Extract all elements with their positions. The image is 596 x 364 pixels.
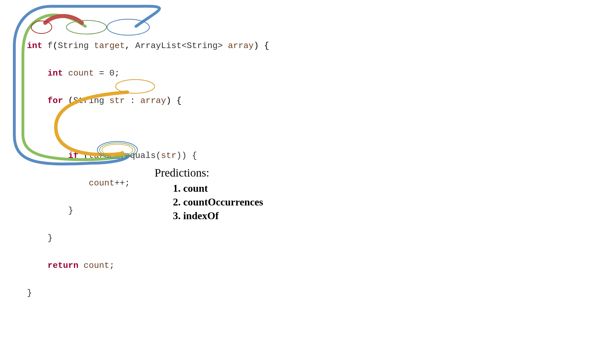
code-line-4: if (target.equals(str)) { <box>11 149 585 163</box>
brace-close-if: } <box>68 206 73 215</box>
code-line-9: } <box>11 286 585 300</box>
brace-close-for: } <box>48 233 53 243</box>
prediction-2: countOccurrences <box>183 196 263 208</box>
string-ellipse <box>66 20 106 34</box>
semi: ; <box>109 261 115 270</box>
code-line-5: count++; <box>11 176 585 190</box>
kw-int: int <box>27 41 42 51</box>
target-param-ellipse <box>107 19 149 35</box>
method-equals: .equals( <box>120 151 161 161</box>
brace-close-fn: } <box>27 288 32 298</box>
var-str-2: str <box>161 151 176 161</box>
var-count-decl: count <box>68 68 94 78</box>
code-line-8: return count; <box>11 259 585 272</box>
prediction-1: count <box>183 182 263 194</box>
code-line-6: } <box>11 204 585 217</box>
kw-for: for <box>48 96 63 106</box>
close-if: )) { <box>176 151 197 161</box>
code-line-7: } <box>11 231 585 245</box>
var-target-use: target <box>89 151 120 161</box>
type-string: String <box>58 41 89 51</box>
var-array: array <box>140 96 166 106</box>
code-block: int f(String target, ArrayList<String> a… <box>11 11 585 314</box>
var-str: str <box>109 96 125 106</box>
inc-op: ++; <box>115 178 130 188</box>
prediction-3: indexOf <box>183 210 263 222</box>
blue-path <box>14 6 159 164</box>
kw-return: return <box>48 261 78 270</box>
param-target: target <box>94 41 125 51</box>
code-line-3: for (String str : array) { <box>11 94 585 108</box>
type-arraylist: ArrayList<String> <box>135 41 223 51</box>
kw-int-2: int <box>48 68 63 78</box>
var-count-inc: count <box>89 178 115 188</box>
predictions-list: count countOccurrences indexOf <box>155 182 263 222</box>
type-string-2: String <box>73 96 104 106</box>
var-count-return: count <box>84 261 109 270</box>
red-arc <box>45 16 82 23</box>
function-name: f <box>48 41 53 51</box>
target-usage-ellipse <box>116 80 155 93</box>
int-ellipse <box>31 21 52 33</box>
predictions-title: Predictions: <box>155 166 263 179</box>
colon: : <box>130 96 135 106</box>
assign-zero: = 0; <box>99 68 120 78</box>
code-line-1: int f(String target, ArrayList<String> a… <box>11 39 585 53</box>
green-path <box>23 15 125 160</box>
code-line-2: int count = 0; <box>11 66 585 80</box>
code-line-blank <box>11 121 585 135</box>
param-array: array <box>228 41 254 51</box>
predictions-block: Predictions: count countOccurrences inde… <box>155 166 263 223</box>
kw-if: if <box>68 151 78 161</box>
